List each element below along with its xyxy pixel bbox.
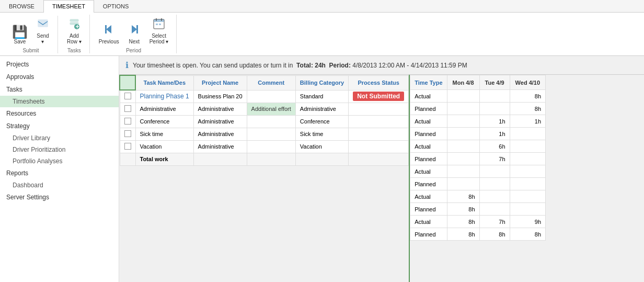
tab-browse[interactable]: BROWSE xyxy=(0,0,43,12)
sidebar-item-resources[interactable]: Resources xyxy=(0,107,119,120)
mon-val-10: 8h xyxy=(447,216,479,228)
table-row: Actual8h xyxy=(410,90,546,103)
row-check-3[interactable] xyxy=(120,115,135,128)
project-name-5: Administrative xyxy=(193,140,247,153)
wed-val-8 xyxy=(510,190,546,203)
status-4 xyxy=(349,128,409,140)
mon-val-4 xyxy=(447,140,479,153)
main-layout: Projects Approvals Tasks Timesheets Reso… xyxy=(0,56,644,282)
mon-val-11: 8h xyxy=(447,228,479,241)
sidebar-item-portfolio-analyses[interactable]: Portfolio Analyses xyxy=(0,155,119,167)
checkbox-1[interactable] xyxy=(124,93,131,99)
table-row: Planned xyxy=(410,178,546,190)
col-header-check xyxy=(120,75,135,90)
period-group-label: Period xyxy=(126,48,141,53)
time-type-4: Actual xyxy=(410,140,447,153)
status-1: Not Submitted xyxy=(349,90,409,103)
checkbox-3[interactable] xyxy=(124,118,131,125)
total-check xyxy=(120,153,135,165)
send-button[interactable]: Send▾ xyxy=(32,16,53,47)
row-check-1[interactable] xyxy=(120,90,135,103)
row-check-4[interactable] xyxy=(120,128,135,140)
mon-val-5 xyxy=(447,153,479,165)
time-type-2: Actual xyxy=(410,115,447,128)
previous-button[interactable]: Previous xyxy=(95,20,123,47)
mon-val-3 xyxy=(447,128,479,140)
add-row-label: AddRow ▾ xyxy=(67,33,82,44)
table-row: Actual6h xyxy=(410,140,546,153)
table-row: Actual1h1h xyxy=(410,115,546,128)
sidebar-item-reports[interactable]: Reports xyxy=(0,167,119,179)
sidebar-item-projects[interactable]: Projects xyxy=(0,58,119,71)
table-row: Conference Administrative Conference xyxy=(120,115,409,128)
task-link-1[interactable]: Planning Phase 1 xyxy=(140,93,189,100)
save-button[interactable]: 💾 Save xyxy=(8,24,31,47)
project-name-2: Administrative xyxy=(193,103,247,115)
tab-timesheet[interactable]: TIMESHEET xyxy=(43,0,94,13)
total-comment xyxy=(247,153,295,165)
info-text-static: Your timesheet is open. You can send upd… xyxy=(133,62,293,69)
wed-val-6 xyxy=(510,165,546,178)
status-5 xyxy=(349,140,409,153)
project-name-3: Administrative xyxy=(193,115,247,128)
info-bar: ℹ Your timesheet is open. You can send u… xyxy=(119,56,644,75)
sidebar-item-timesheets[interactable]: Timesheets xyxy=(0,96,119,107)
total-billing xyxy=(295,153,348,165)
tue-val-8 xyxy=(479,190,510,203)
svg-rect-10 xyxy=(154,19,164,22)
add-row-icon: + xyxy=(67,17,81,32)
time-type-10: Actual xyxy=(410,216,447,228)
billing-3: Conference xyxy=(295,115,348,128)
sidebar-item-dashboard[interactable]: Dashboard xyxy=(0,179,119,191)
comment-1 xyxy=(247,90,295,103)
checkbox-4[interactable] xyxy=(124,130,131,137)
sidebar-item-driver-prioritization[interactable]: Driver Prioritization xyxy=(0,144,119,155)
row-check-2[interactable] xyxy=(120,103,135,115)
checkbox-2[interactable] xyxy=(124,105,131,112)
tab-options[interactable]: OPTIONS xyxy=(94,0,138,12)
task-name-5: Vacation xyxy=(135,140,193,153)
svg-rect-8 xyxy=(136,25,138,33)
status-3 xyxy=(349,115,409,128)
time-type-0: Actual xyxy=(410,90,447,103)
info-icon: ℹ xyxy=(125,60,129,70)
next-button[interactable]: Next xyxy=(124,20,145,47)
sidebar-item-server-settings[interactable]: Server Settings xyxy=(0,191,119,204)
ribbon-group-tasks: + AddRow ▾ Tasks xyxy=(59,15,90,53)
tue-val-4: 6h xyxy=(479,140,510,153)
sidebar-item-driver-library[interactable]: Driver Library xyxy=(0,132,119,144)
sidebar-item-tasks[interactable]: Tasks xyxy=(0,83,119,96)
wed-val-9 xyxy=(510,203,546,216)
total-value: 24h xyxy=(315,62,326,69)
sidebar-item-approvals[interactable]: Approvals xyxy=(0,71,119,83)
comment-3 xyxy=(247,115,295,128)
time-type-7: Planned xyxy=(410,178,447,190)
time-type-3: Planned xyxy=(410,128,447,140)
select-period-button[interactable]: SelectPeriod ▾ xyxy=(146,15,172,47)
wed-val-1: 8h xyxy=(510,103,546,115)
mon-val-9: 8h xyxy=(447,203,479,216)
tue-val-11: 8h xyxy=(479,228,510,241)
table-area: Task Name/Des Project Name Comment Billi… xyxy=(119,75,644,282)
send-label: Send▾ xyxy=(37,33,49,44)
table-row: Planned1h xyxy=(410,128,546,140)
content-area: ℹ Your timesheet is open. You can send u… xyxy=(119,56,644,282)
task-name-3: Conference xyxy=(135,115,193,128)
sidebar-item-strategy[interactable]: Strategy xyxy=(0,120,119,132)
tue-val-9 xyxy=(479,203,510,216)
mon-val-0 xyxy=(447,90,479,103)
time-type-5: Planned xyxy=(410,153,447,165)
total-status xyxy=(349,153,409,165)
add-row-button[interactable]: + AddRow ▾ xyxy=(63,15,85,47)
svg-rect-6 xyxy=(105,25,107,33)
row-check-5[interactable] xyxy=(120,140,135,153)
time-type-1: Planned xyxy=(410,103,447,115)
time-type-6: Actual xyxy=(410,165,447,178)
wed-val-5 xyxy=(510,153,546,165)
svg-marker-5 xyxy=(106,25,111,33)
tue-val-10: 7h xyxy=(479,216,510,228)
checkbox-5[interactable] xyxy=(124,143,131,150)
svg-rect-1 xyxy=(70,19,78,21)
table-row: Planned8h xyxy=(410,103,546,115)
col-header-wed: Wed 4/10 xyxy=(510,75,546,90)
